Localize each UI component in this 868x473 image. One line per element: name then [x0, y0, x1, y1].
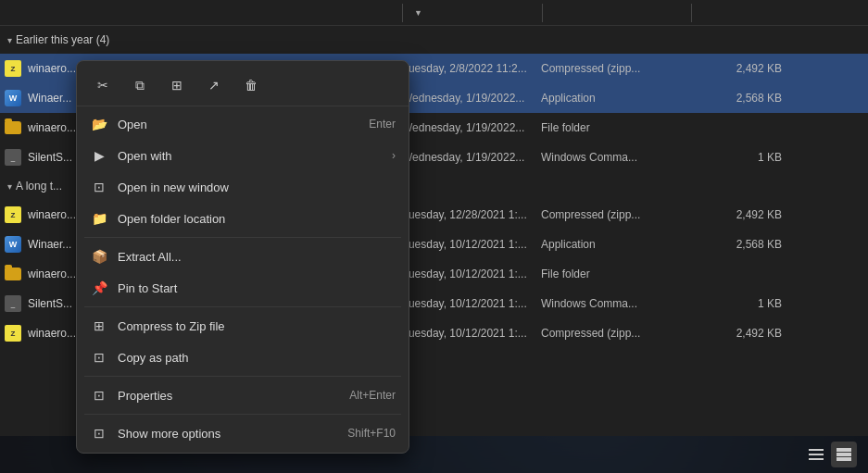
menu-item-icon: ▶ — [90, 146, 108, 165]
svg-rect-2 — [809, 458, 824, 460]
file-icon: W — [4, 235, 22, 254]
zip-icon: Z — [5, 206, 21, 223]
col-size[interactable] — [692, 0, 785, 25]
menu-item-icon: 📂 — [90, 115, 108, 133]
col-date[interactable]: ▼ — [403, 0, 542, 25]
view-buttons — [803, 442, 857, 467]
menu-item-open-with[interactable]: ▶ Open with › — [77, 140, 409, 171]
file-name: SilentS... — [28, 151, 72, 164]
file-date-cell: Wednesday, 1/19/2022... — [402, 92, 541, 105]
col-type[interactable] — [543, 0, 691, 25]
svg-rect-0 — [809, 449, 824, 451]
menu-item-label: Show more options — [118, 427, 347, 441]
file-icon: _ — [4, 148, 22, 167]
col-name[interactable] — [4, 0, 402, 25]
file-type-cell: File folder — [541, 268, 689, 280]
file-date-cell: Tuesday, 10/12/2021 1:... — [402, 268, 541, 280]
toolbar-copy-button[interactable]: ⧉ — [125, 70, 155, 100]
folder-icon — [5, 121, 21, 134]
submenu-arrow-icon: › — [392, 149, 396, 162]
group-label: Earlier this year (4) — [16, 33, 109, 46]
toolbar-rename-button[interactable]: ⊞ — [162, 70, 192, 100]
context-menu: ✂⧉⊞↗🗑 📂 Open Enter ▶ Open with › ⊡ Open … — [76, 60, 409, 454]
file-size-cell: 2,492 KB — [689, 62, 782, 75]
svg-rect-4 — [837, 453, 851, 456]
menu-item-label: Copy as path — [118, 351, 396, 365]
toolbar-delete-button[interactable]: 🗑 — [236, 70, 266, 100]
svg-rect-5 — [837, 457, 851, 461]
file-icon — [4, 118, 22, 137]
list-view-button[interactable] — [803, 442, 829, 467]
group-header-0[interactable]: ▾ Earlier this year (4) — [0, 26, 868, 54]
file-icon — [4, 265, 22, 283]
file-date-cell: Tuesday, 12/28/2021 1:... — [402, 208, 541, 221]
menu-item-icon: 📁 — [90, 209, 108, 228]
file-name: winaero... — [28, 327, 76, 340]
file-date-cell: Wednesday, 1/19/2022... — [402, 151, 541, 164]
menu-item-icon: ⊡ — [90, 178, 108, 196]
chevron-icon: ▾ — [7, 181, 12, 192]
menu-item-compress-zip[interactable]: ⊞ Compress to Zip file — [77, 310, 409, 342]
column-headers: ▼ — [0, 0, 868, 26]
file-date-cell: Tuesday, 10/12/2021 1:... — [402, 327, 541, 340]
file-icon: Z — [4, 59, 22, 78]
menu-item-properties[interactable]: ⊡ Properties Alt+Enter — [77, 380, 409, 411]
menu-item-show-more[interactable]: ⊡ Show more options Shift+F10 — [77, 417, 409, 449]
menu-item-open-folder-location[interactable]: 📁 Open folder location — [77, 203, 409, 234]
menu-item-icon: ⊡ — [90, 386, 108, 405]
app-icon: W — [5, 90, 21, 106]
menu-item-label: Pin to Start — [118, 281, 396, 295]
menu-item-label: Open with — [118, 149, 392, 163]
file-size-cell: 2,568 KB — [689, 238, 782, 251]
menu-item-icon: 📦 — [90, 247, 108, 266]
file-size-cell: 2,568 KB — [689, 92, 782, 105]
file-type-cell: Application — [541, 92, 689, 105]
file-size-cell: 1 KB — [689, 297, 782, 310]
menu-item-label: Open in new window — [118, 180, 396, 194]
file-name: SilentS... — [28, 297, 72, 310]
svg-rect-1 — [809, 454, 824, 455]
menu-item-pin-to-start[interactable]: 📌 Pin to Start — [77, 272, 409, 304]
menu-item-open[interactable]: 📂 Open Enter — [77, 108, 409, 140]
cmd-icon: _ — [5, 295, 21, 312]
menu-item-icon: ⊞ — [90, 317, 108, 335]
file-date-cell: Wednesday, 1/19/2022... — [402, 121, 541, 134]
file-type-cell: Compressed (zipp... — [541, 208, 689, 221]
file-type-cell: Application — [541, 238, 689, 251]
toolbar-cut-button[interactable]: ✂ — [88, 70, 118, 100]
menu-item-label: Compress to Zip file — [118, 319, 396, 333]
menu-item-copy-as-path[interactable]: ⊡ Copy as path — [77, 342, 409, 373]
sort-arrow-icon: ▼ — [414, 8, 422, 18]
svg-rect-3 — [837, 448, 851, 452]
file-name: winaero... — [28, 268, 76, 280]
file-date-cell: Tuesday, 2/8/2022 11:2... — [402, 62, 541, 75]
file-name: winaero... — [28, 62, 76, 75]
group-label: A long t... — [16, 180, 62, 193]
file-name: winaero... — [28, 121, 76, 134]
file-size-cell: 2,492 KB — [689, 208, 782, 221]
menu-item-extract-all[interactable]: 📦 Extract All... — [77, 241, 409, 272]
menu-separator — [84, 414, 401, 415]
context-menu-items: 📂 Open Enter ▶ Open with › ⊡ Open in new… — [77, 108, 409, 449]
menu-item-label: Open — [118, 118, 369, 131]
file-icon: Z — [4, 205, 22, 224]
context-menu-toolbar: ✂⧉⊞↗🗑 — [77, 65, 409, 106]
menu-shortcut: Alt+Enter — [349, 389, 396, 402]
zip-icon: Z — [5, 60, 21, 77]
menu-separator — [84, 237, 401, 238]
menu-item-icon: ⊡ — [90, 348, 108, 367]
toolbar-share-button[interactable]: ↗ — [199, 70, 229, 100]
menu-item-open-new-window[interactable]: ⊡ Open in new window — [77, 171, 409, 203]
file-type-cell: Compressed (zipp... — [541, 327, 689, 340]
file-type-cell: File folder — [541, 121, 689, 134]
menu-separator — [84, 306, 401, 307]
file-date-cell: Tuesday, 10/12/2021 1:... — [402, 238, 541, 251]
file-size-cell: 2,492 KB — [689, 327, 782, 340]
file-type-cell: Windows Comma... — [541, 151, 689, 164]
details-view-button[interactable] — [831, 442, 857, 467]
file-type-cell: Windows Comma... — [541, 297, 689, 310]
folder-icon — [5, 268, 21, 280]
file-icon: _ — [4, 294, 22, 313]
menu-shortcut: Enter — [369, 118, 396, 131]
file-icon: W — [4, 89, 22, 107]
